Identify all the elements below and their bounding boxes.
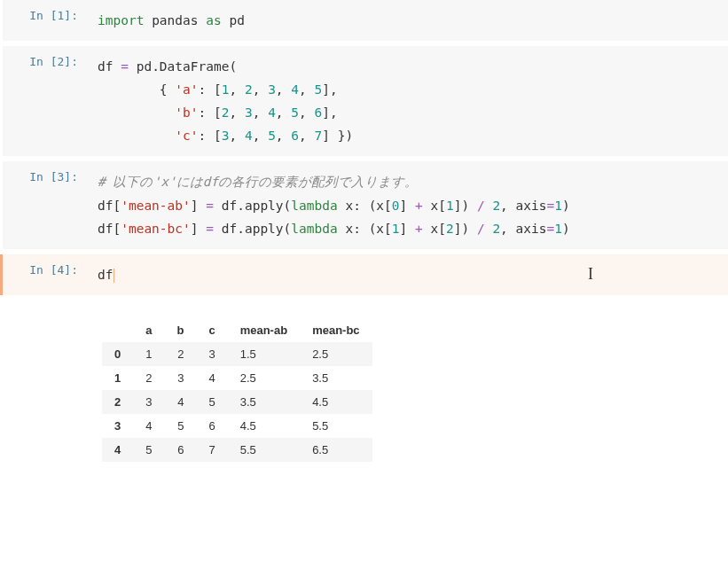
comma: , bbox=[330, 105, 338, 120]
num: 6 bbox=[291, 129, 299, 143]
ident: df bbox=[98, 268, 113, 282]
call: .apply( bbox=[237, 199, 291, 213]
colon: : bbox=[199, 82, 207, 97]
comma: , bbox=[299, 105, 307, 120]
table-body: 0 1 2 3 1.5 2.5 1 2 3 4 2.5 3.5 2 3 4 5 … bbox=[102, 342, 372, 462]
cell: 3.5 bbox=[300, 366, 372, 390]
cell: 5 bbox=[133, 438, 164, 462]
rb: ] bbox=[191, 199, 199, 213]
ident: x bbox=[345, 199, 353, 213]
cell: 5.5 bbox=[228, 438, 300, 462]
table-row: 2 3 4 5 3.5 4.5 bbox=[102, 390, 372, 414]
num: 6 bbox=[315, 105, 323, 120]
ident: df bbox=[98, 199, 113, 213]
code-input[interactable]: df = pd.DataFrame( { 'a': [1, 2, 3, 4, 5… bbox=[87, 46, 728, 156]
table-row: 0 1 2 3 1.5 2.5 bbox=[102, 342, 372, 366]
rp: ) bbox=[461, 199, 469, 213]
code-cell-2[interactable]: In [2]: df = pd.DataFrame( { 'a': [1, 2,… bbox=[0, 46, 728, 156]
comma: , bbox=[253, 129, 261, 143]
cell-prompt: In [1]: bbox=[3, 0, 87, 41]
num: 4 bbox=[268, 105, 276, 120]
comma: , bbox=[229, 105, 237, 120]
num: 3 bbox=[245, 105, 253, 120]
ident: df bbox=[222, 222, 237, 236]
num: 5 bbox=[268, 129, 276, 143]
comma: , bbox=[276, 82, 284, 97]
kw-as: as bbox=[206, 13, 221, 27]
cell: 5.5 bbox=[300, 414, 372, 438]
num: 5 bbox=[291, 105, 299, 120]
num: 4 bbox=[245, 129, 253, 143]
cell: 4.5 bbox=[228, 414, 300, 438]
num: 1 bbox=[554, 222, 562, 236]
cell: 2 bbox=[133, 366, 164, 390]
col-header bbox=[102, 318, 133, 342]
colon: : bbox=[353, 199, 361, 213]
comma: , bbox=[276, 129, 284, 143]
op: + bbox=[415, 199, 423, 213]
col-header: mean-ab bbox=[228, 318, 300, 342]
op: = bbox=[206, 222, 214, 236]
comma: , bbox=[299, 82, 307, 97]
code-cell-4[interactable]: In [4]: df I bbox=[0, 254, 728, 295]
call: pd.DataFrame( bbox=[137, 59, 238, 74]
text-cursor-icon bbox=[114, 269, 114, 283]
cell: 4 bbox=[164, 390, 196, 414]
call: .apply( bbox=[237, 222, 291, 236]
rb: ] bbox=[322, 82, 330, 97]
lb: [ bbox=[214, 105, 222, 120]
idx: x[ bbox=[431, 222, 446, 236]
code-cell-1[interactable]: In [1]: import pandas as pd bbox=[0, 0, 728, 41]
num: 2 bbox=[446, 222, 454, 236]
dataframe-table: a b c mean-ab mean-bc 0 1 2 3 1.5 2.5 1 … bbox=[102, 318, 372, 462]
comma: , bbox=[500, 199, 508, 213]
num: 4 bbox=[291, 82, 299, 97]
code-cell-3[interactable]: In [3]: # 以下の'x'にはdfの各行の要素が配列で入ります。 df['… bbox=[0, 161, 728, 248]
comment-text: df bbox=[203, 175, 218, 189]
num: 3 bbox=[268, 82, 276, 97]
code-input[interactable]: import pandas as pd bbox=[87, 0, 728, 41]
ident: df bbox=[222, 199, 237, 213]
num: 0 bbox=[392, 199, 400, 213]
code-input[interactable]: df bbox=[87, 254, 728, 295]
str: 'c' bbox=[175, 129, 198, 143]
comment-text: には bbox=[176, 175, 203, 189]
table-header-row: a b c mean-ab mean-bc bbox=[102, 318, 372, 342]
lb: [ bbox=[214, 129, 222, 143]
row-index: 0 bbox=[102, 342, 133, 366]
cell: 3 bbox=[196, 342, 227, 366]
ident: x bbox=[345, 222, 353, 236]
op: = bbox=[206, 199, 214, 213]
ident: df bbox=[98, 59, 113, 74]
cell: 4 bbox=[133, 414, 164, 438]
num: 2 bbox=[245, 82, 253, 97]
rparen: ) bbox=[345, 129, 353, 143]
op: + bbox=[415, 222, 423, 236]
rp: ) bbox=[562, 199, 570, 213]
code-input[interactable]: # 以下の'x'にはdfの各行の要素が配列で入ります。 df['mean-ab'… bbox=[87, 161, 728, 248]
ident: pandas bbox=[152, 13, 198, 27]
cell: 6 bbox=[164, 438, 196, 462]
comma: , bbox=[500, 222, 508, 236]
cell-prompt: In [2]: bbox=[3, 46, 87, 156]
num: 7 bbox=[315, 129, 323, 143]
comma: , bbox=[253, 105, 261, 120]
row-index: 2 bbox=[102, 390, 133, 414]
cell: 1.5 bbox=[228, 342, 300, 366]
kw-import: import bbox=[98, 13, 144, 27]
rp: ) bbox=[562, 222, 570, 236]
comment-text: # 以下の bbox=[98, 175, 153, 189]
comma: , bbox=[229, 129, 237, 143]
rb: ] bbox=[191, 222, 199, 236]
col-header: a bbox=[133, 318, 164, 342]
comment: # 以下の'x'にはdfの各行の要素が配列で入ります。 bbox=[98, 175, 418, 189]
table-row: 1 2 3 4 2.5 3.5 bbox=[102, 366, 372, 390]
row-index: 1 bbox=[102, 366, 133, 390]
col-header: b bbox=[164, 318, 196, 342]
op: = bbox=[547, 222, 555, 236]
comment-text: の各行の要素が配列で入ります。 bbox=[218, 175, 418, 189]
brace: { bbox=[160, 82, 168, 97]
lb: [ bbox=[113, 199, 121, 213]
kw-lambda: lambda bbox=[291, 222, 337, 236]
col-header: c bbox=[196, 318, 227, 342]
